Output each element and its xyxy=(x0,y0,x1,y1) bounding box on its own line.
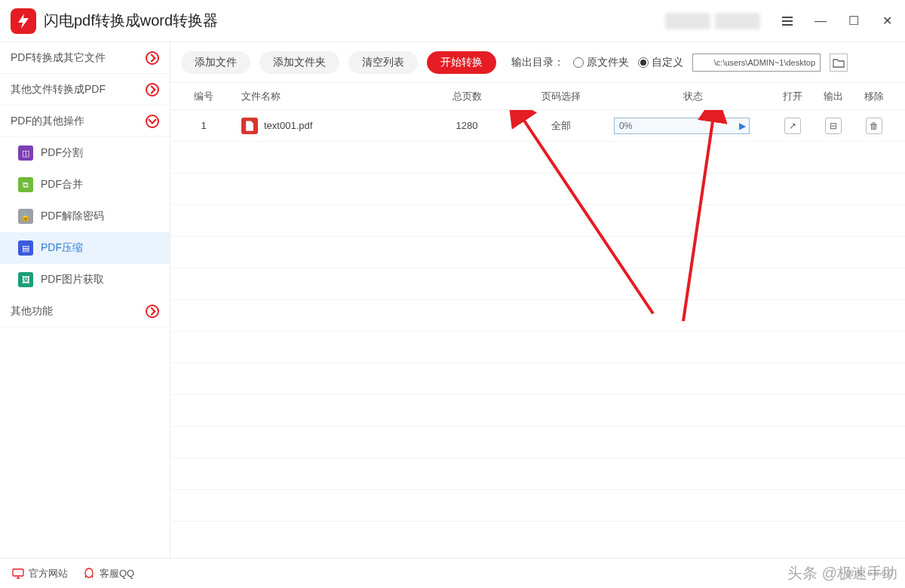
cell-index: 1 xyxy=(181,120,226,131)
nav-group-other[interactable]: 其他功能 xyxy=(0,296,170,327)
link-label: 客服QQ xyxy=(100,567,134,580)
output-button[interactable]: ⊟ xyxy=(825,118,842,134)
th-open: 打开 xyxy=(772,90,813,103)
split-icon: ◫ xyxy=(18,145,33,161)
table-row-empty xyxy=(170,142,905,173)
table-row-empty xyxy=(170,395,905,427)
sidebar-item-merge[interactable]: ⧉ PDF合并 xyxy=(0,169,170,201)
title-bar: 闪电pdf转换成word转换器 — ☐ ✕ xyxy=(0,0,905,42)
chevron-right-icon xyxy=(146,51,159,65)
table-row-empty xyxy=(170,173,905,205)
start-convert-button[interactable]: 开始转换 xyxy=(427,51,496,74)
remove-button[interactable]: 🗑 xyxy=(866,118,882,134)
th-output: 输出 xyxy=(813,90,854,103)
support-qq-link[interactable]: 客服QQ xyxy=(83,567,134,580)
output-label: 输出目录： xyxy=(511,56,564,69)
blurred-region xyxy=(665,13,710,29)
browse-folder-button[interactable] xyxy=(830,54,848,72)
table-row-empty xyxy=(170,268,905,300)
table-header: 编号 文件名称 总页数 页码选择 状态 打开 输出 移除 xyxy=(170,83,905,110)
nav-group-pdf-to-other[interactable]: PDF转换成其它文件 xyxy=(0,42,170,74)
sidebar-item-compress[interactable]: ▤ PDF压缩 xyxy=(0,232,170,264)
toolbar: 添加文件 添加文件夹 清空列表 开始转换 输出目录： 原文件夹 自定义 c:\u… xyxy=(170,42,905,83)
main-panel: 添加文件 添加文件夹 清空列表 开始转换 输出目录： 原文件夹 自定义 c:\u… xyxy=(170,42,905,558)
radio-label: 原文件夹 xyxy=(587,56,629,69)
nav-group-label: 其他功能 xyxy=(11,305,53,318)
maximize-button[interactable]: ☐ xyxy=(846,14,861,29)
clear-list-button[interactable]: 清空列表 xyxy=(348,51,418,74)
chevron-down-icon xyxy=(146,115,159,128)
th-range: 页码选择 xyxy=(508,90,614,103)
nav-group-other-to-pdf[interactable]: 其他文件转换成PDF xyxy=(0,74,170,106)
sidebar: PDF转换成其它文件 其他文件转换成PDF PDF的其他操作 ◫ PDF分割 ⧉… xyxy=(0,42,170,558)
progress-bar[interactable]: 0% ▶ xyxy=(614,118,750,134)
monitor-icon xyxy=(12,568,24,579)
cell-filename: text001.pdf xyxy=(264,120,312,131)
folder-icon xyxy=(833,57,845,68)
table-row-empty xyxy=(170,427,905,458)
add-file-button[interactable]: 添加文件 xyxy=(181,51,250,74)
nav-group-label: PDF的其他操作 xyxy=(11,115,84,128)
th-index: 编号 xyxy=(181,90,226,103)
footer: 官方网站 客服QQ 版本: 6.6.6.0 xyxy=(0,558,905,588)
sidebar-item-label: PDF合并 xyxy=(41,178,83,191)
th-status: 状态 xyxy=(614,90,772,103)
play-icon: ▶ xyxy=(739,121,746,131)
sidebar-item-unlock[interactable]: 🔒 PDF解除密码 xyxy=(0,201,170,232)
image-icon: 🖼 xyxy=(18,272,33,287)
table-row-empty xyxy=(170,205,905,237)
merge-icon: ⧉ xyxy=(18,177,33,192)
close-button[interactable]: ✕ xyxy=(879,14,894,29)
progress-text: 0% xyxy=(615,121,632,131)
sidebar-item-label: PDF图片获取 xyxy=(41,273,104,286)
radio-original-folder[interactable]: 原文件夹 xyxy=(573,56,629,69)
radio-icon xyxy=(573,57,584,68)
nav-group-label: 其他文件转换成PDF xyxy=(11,83,106,96)
chevron-right-icon xyxy=(146,83,159,96)
table-row-empty xyxy=(170,237,905,268)
sidebar-item-label: PDF压缩 xyxy=(41,241,83,255)
watermark-text: 头条 @极速手助 xyxy=(787,563,897,583)
radio-label: 自定义 xyxy=(652,56,683,69)
app-logo-icon xyxy=(11,8,36,34)
sidebar-item-extract-images[interactable]: 🖼 PDF图片获取 xyxy=(0,264,170,296)
lock-icon: 🔒 xyxy=(18,209,33,224)
sidebar-item-split[interactable]: ◫ PDF分割 xyxy=(0,137,170,169)
output-path-field[interactable]: c:\users\ADMIN~1\desktop\ xyxy=(692,54,821,72)
compress-icon: ▤ xyxy=(18,240,33,256)
table-row-empty xyxy=(170,363,905,395)
sidebar-item-label: PDF分割 xyxy=(41,146,83,160)
chevron-right-icon xyxy=(146,305,159,318)
radio-icon xyxy=(638,57,649,68)
nav-group-label: PDF转换成其它文件 xyxy=(11,51,106,65)
cell-range[interactable]: 全部 xyxy=(508,119,614,133)
app-title: 闪电pdf转换成word转换器 xyxy=(44,11,218,31)
table-row-empty xyxy=(170,490,905,522)
cell-pages: 1280 xyxy=(425,120,508,131)
th-remove: 移除 xyxy=(854,90,894,103)
menu-icon[interactable] xyxy=(780,14,795,29)
sidebar-item-label: PDF解除密码 xyxy=(41,210,104,223)
th-pages: 总页数 xyxy=(425,90,508,103)
table-body: 1 text001.pdf 1280 全部 0% ▶ ↗ ⊟ 🗑 xyxy=(170,110,905,558)
table-row-empty xyxy=(170,300,905,332)
svg-rect-2 xyxy=(13,569,23,576)
pdf-file-icon xyxy=(241,118,258,134)
th-name: 文件名称 xyxy=(226,90,425,103)
svg-point-3 xyxy=(85,568,93,577)
table-row-empty xyxy=(170,458,905,490)
open-button[interactable]: ↗ xyxy=(784,118,801,134)
blurred-region xyxy=(715,13,760,29)
official-site-link[interactable]: 官方网站 xyxy=(12,567,68,580)
nav-group-pdf-ops[interactable]: PDF的其他操作 xyxy=(0,106,170,137)
table-row[interactable]: 1 text001.pdf 1280 全部 0% ▶ ↗ ⊟ 🗑 xyxy=(170,110,905,142)
link-label: 官方网站 xyxy=(29,567,68,580)
qq-icon xyxy=(83,568,95,580)
table-row-empty xyxy=(170,332,905,363)
radio-custom-folder[interactable]: 自定义 xyxy=(638,56,683,69)
add-folder-button[interactable]: 添加文件夹 xyxy=(259,51,339,74)
minimize-button[interactable]: — xyxy=(813,14,828,29)
